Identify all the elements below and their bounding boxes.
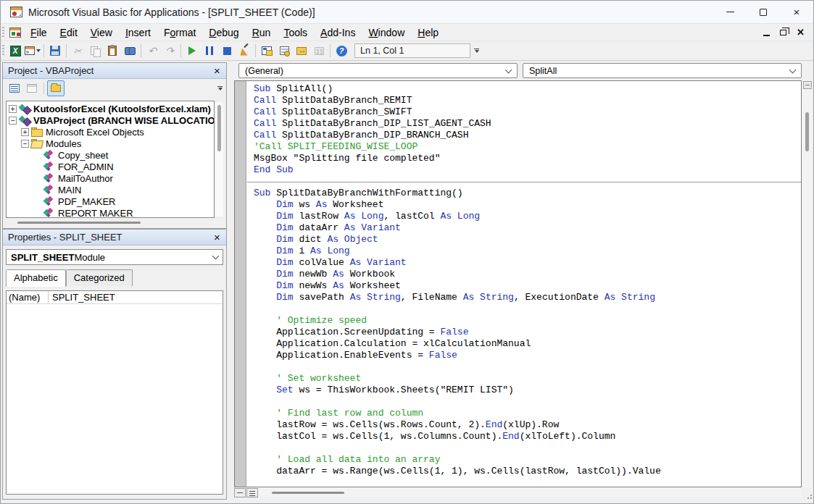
vba-project-icon (19, 115, 30, 125)
collapse-icon[interactable]: − (21, 140, 29, 148)
menu-file[interactable]: File (24, 25, 54, 40)
mdi-window-controls: ✕ (763, 28, 813, 37)
toolbar-overflow-button[interactable] (472, 43, 481, 58)
tree-item[interactable]: +Microsoft Excel Objects (7, 126, 214, 138)
paste-button[interactable] (104, 43, 121, 59)
menu-run[interactable]: Run (246, 25, 278, 40)
project-panel-close-button[interactable]: × (211, 64, 223, 77)
module-icon (43, 161, 55, 172)
menu-edit[interactable]: Edit (54, 25, 84, 40)
mdi-minimize-button[interactable] (763, 35, 770, 36)
tree-item[interactable]: MailToAuthor (7, 172, 214, 184)
object-browser-button[interactable] (293, 43, 310, 59)
procedure-view-button[interactable] (234, 488, 246, 497)
scrollbar-thumb[interactable] (17, 222, 141, 224)
reset-button[interactable] (218, 43, 236, 59)
view-object-button[interactable] (23, 80, 41, 96)
tree-item[interactable]: Copy_sheet (7, 149, 214, 161)
collapse-icon[interactable]: − (9, 117, 17, 125)
code-horizontal-scrollbar[interactable] (272, 492, 344, 494)
tree-item[interactable]: −VBAProject (BRANCH WISE ALLOCATION_202 (7, 114, 214, 126)
reset-icon (223, 47, 231, 55)
toggle-folders-button[interactable] (47, 80, 65, 96)
copy-icon (91, 46, 100, 56)
code-line: Application.Calculation = xlCalculationM… (254, 338, 801, 350)
code-window-icon[interactable] (9, 28, 21, 38)
menu-window[interactable]: Window (362, 25, 411, 40)
tree-item[interactable]: MAIN (7, 184, 214, 196)
module-icon (43, 150, 55, 160)
tree-item[interactable]: PDF_MAKER (7, 196, 214, 207)
main-area: Project - VBAProject × +KutoolsforExcel … (1, 61, 813, 503)
menu-format[interactable]: Format (157, 25, 202, 40)
mdi-restore-button[interactable] (780, 30, 786, 35)
tree-item-label: Modules (46, 138, 81, 149)
project-tree-horizontal-scrollbar[interactable] (7, 219, 213, 225)
expand-icon[interactable]: + (21, 128, 29, 136)
run-button[interactable] (183, 43, 201, 59)
close-button[interactable]: × (780, 1, 813, 23)
split-handle[interactable] (803, 81, 812, 89)
minimize-button[interactable] (713, 1, 747, 23)
code-line: dataArr = ws.Range(ws.Cells(1, 1), ws.Ce… (254, 466, 801, 477)
help-button[interactable] (333, 43, 350, 59)
tab-categorized[interactable]: Categorized (66, 269, 133, 286)
project-explorer-button[interactable] (258, 43, 275, 59)
procedure-dropdown[interactable]: SplitAll (523, 63, 802, 78)
code-vertical-scrollbar[interactable] (802, 80, 813, 487)
window-controls: × (713, 1, 813, 23)
project-panel-title: Project - VBAProject (8, 65, 94, 76)
menu-addins[interactable]: Add-Ins (314, 25, 362, 40)
tree-item[interactable]: REPORT MAKER (7, 207, 214, 218)
tree-item-label: Microsoft Excel Objects (46, 127, 144, 138)
tab-alphabetic[interactable]: Alphabetic (6, 269, 66, 287)
scrollbar-thumb[interactable] (805, 112, 809, 151)
menu-debug[interactable]: Debug (202, 25, 245, 40)
project-tree-vertical-scrollbar[interactable] (215, 102, 223, 217)
object-dropdown[interactable]: (General) (238, 63, 518, 78)
menubar-grip[interactable] (2, 27, 4, 38)
tree-item-label: REPORT MAKER (58, 208, 133, 219)
view-microsoft-excel-button[interactable] (7, 43, 24, 59)
property-row[interactable]: (Name) SPLIT_SHEET (7, 291, 223, 304)
full-module-view-button[interactable] (246, 488, 258, 497)
menu-insert[interactable]: Insert (119, 25, 157, 40)
code-margin-indicator-bar[interactable] (235, 81, 246, 487)
menu-help[interactable]: Help (411, 25, 445, 40)
code-line: End Sub (254, 164, 801, 176)
project-explorer-icon (262, 46, 272, 55)
code-line: Dim i As Long (254, 245, 801, 257)
excel-icon (10, 46, 21, 56)
maximize-button[interactable] (747, 1, 780, 23)
mdi-close-button[interactable]: ✕ (797, 28, 805, 37)
project-tree[interactable]: +KutoolsforExcel (KutoolsforExcel.xlam)−… (6, 101, 215, 218)
break-button[interactable] (201, 43, 218, 59)
code-line: Dim dict As Object (254, 234, 801, 245)
expand-icon[interactable]: + (9, 105, 17, 113)
menu-tools[interactable]: Tools (277, 25, 314, 40)
find-button[interactable] (121, 43, 138, 59)
design-mode-button[interactable] (236, 43, 253, 59)
view-code-button[interactable] (6, 80, 23, 96)
scrollbar-thumb[interactable] (217, 105, 221, 151)
tree-item-label: KutoolsforExcel (KutoolsforExcel.xlam) (33, 104, 211, 114)
property-value[interactable]: SPLIT_SHEET (49, 292, 115, 303)
view-code-icon (9, 84, 20, 93)
module-icon (43, 185, 55, 195)
insert-userform-button[interactable] (24, 43, 41, 59)
tree-item[interactable]: +KutoolsforExcel (KutoolsforExcel.xlam) (7, 103, 214, 114)
code-content[interactable]: Sub SplitAll()Call SplitDataByBranch_REM… (247, 81, 801, 487)
properties-panel-title: Properties - SPLIT_SHEET (8, 232, 122, 243)
properties-panel-close-button[interactable]: × (211, 231, 223, 243)
toolbar-grip[interactable] (2, 45, 4, 56)
save-button[interactable] (46, 43, 64, 59)
properties-object-dropdown[interactable]: SPLIT_SHEET Module (6, 249, 223, 265)
menu-view[interactable]: View (84, 25, 119, 40)
tree-item[interactable]: FOR_ADMIN (7, 161, 214, 172)
code-editor[interactable]: Sub SplitAll()Call SplitDataByBranch_REM… (234, 80, 802, 487)
tree-item[interactable]: −Modules (7, 138, 214, 149)
properties-window-button[interactable] (275, 43, 293, 59)
resize-grip-icon[interactable] (806, 490, 812, 496)
vba-app-icon (10, 7, 22, 17)
project-toolbar-overflow-button[interactable] (215, 81, 225, 96)
